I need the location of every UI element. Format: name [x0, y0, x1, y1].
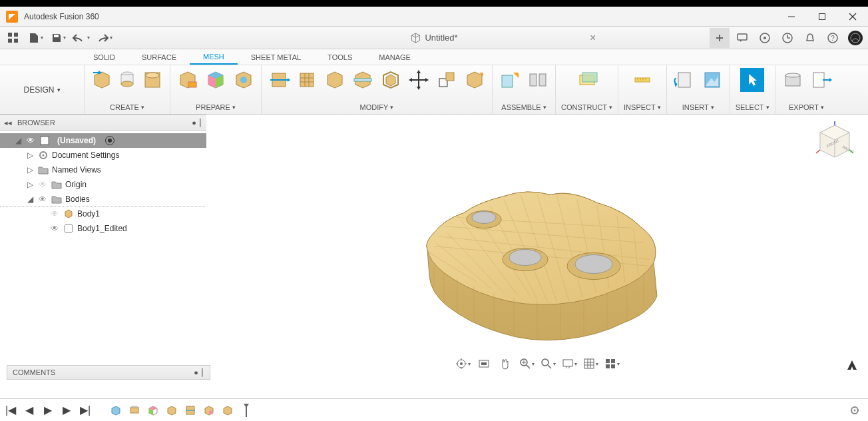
construct-plane-tool[interactable]: [575, 68, 599, 92]
convert-mesh-tool[interactable]: [463, 68, 487, 92]
insert-label[interactable]: INSERT▾: [682, 103, 714, 111]
viewcube[interactable]: FRONT RIGHT: [815, 121, 855, 161]
insert-decal-tool[interactable]: [700, 68, 724, 92]
visibility-icon[interactable]: 👁: [37, 195, 48, 204]
generate-face-groups-tool[interactable]: [204, 68, 228, 92]
tab-mesh[interactable]: MESH: [190, 49, 238, 65]
inspect-label[interactable]: INSPECT▾: [624, 103, 661, 111]
close-tab-button[interactable]: ×: [590, 32, 596, 44]
profile-avatar[interactable]: [845, 28, 865, 48]
tab-tools[interactable]: TOOLS: [314, 49, 365, 65]
file-menu[interactable]: [27, 29, 45, 47]
timeline-feature-5[interactable]: [184, 404, 197, 417]
timeline-feature-3[interactable]: [146, 404, 160, 417]
visibility-icon[interactable]: 👁: [37, 180, 48, 189]
select-tool[interactable]: [740, 68, 764, 92]
measure-tool[interactable]: [630, 68, 654, 92]
timeline-end-icon[interactable]: ▶|: [79, 404, 92, 417]
comments-options-icon[interactable]: ● ⎮: [194, 368, 204, 377]
timeline-back-icon[interactable]: ◀: [23, 404, 36, 417]
comments-header[interactable]: COMMENTS ● ⎮: [7, 365, 210, 380]
reduce-tool[interactable]: [323, 68, 347, 92]
timeline-feature-2[interactable]: [128, 404, 141, 417]
timeline-marker[interactable]: [240, 404, 253, 417]
plane-cut-tool[interactable]: [351, 68, 375, 92]
tessellate-tool[interactable]: [118, 71, 136, 89]
activate-radio[interactable]: [105, 136, 114, 145]
timeline-settings-icon[interactable]: [848, 404, 861, 417]
tree-document-settings[interactable]: ▷ Document Settings: [0, 148, 206, 163]
export-tool[interactable]: [809, 68, 833, 92]
insert-mesh-tool[interactable]: [90, 68, 114, 92]
expander-icon[interactable]: ◢: [25, 195, 35, 204]
direct-edit-tool[interactable]: [267, 68, 291, 92]
export-label[interactable]: EXPORT▾: [789, 103, 824, 111]
move-tool[interactable]: [407, 68, 431, 92]
chat-icon[interactable]: [732, 28, 752, 48]
tab-manage[interactable]: MANAGE: [365, 49, 424, 65]
timeline-start-icon[interactable]: |◀: [4, 404, 17, 417]
visibility-icon[interactable]: 👁: [25, 136, 36, 145]
new-tab-button[interactable]: [710, 28, 730, 48]
zoom-icon[interactable]: ▾: [519, 356, 535, 372]
tree-root[interactable]: ◢ 👁 (Unsaved): [0, 133, 206, 148]
tree-bodies[interactable]: ◢ 👁 Bodies: [0, 192, 206, 207]
fit-icon[interactable]: ▾: [540, 356, 556, 372]
tab-sheet-metal[interactable]: SHEET METAL: [238, 49, 314, 65]
design-workspace[interactable]: DESIGN▾: [5, 68, 79, 111]
expander-icon[interactable]: ▷: [25, 165, 35, 175]
timeline-feature-6[interactable]: [202, 404, 216, 417]
assemble-label[interactable]: ASSEMBLE▾: [501, 103, 546, 111]
viewport-layout-icon[interactable]: ▾: [604, 356, 620, 372]
orbit-icon[interactable]: ▾: [455, 356, 471, 372]
prepare-label[interactable]: PREPARE▾: [196, 103, 236, 111]
look-at-icon[interactable]: [476, 356, 492, 372]
close-button[interactable]: [837, 7, 868, 27]
redo-button[interactable]: [95, 29, 113, 47]
select-label[interactable]: SELECT▾: [736, 103, 769, 111]
modify-label[interactable]: MODIFY▾: [360, 103, 394, 111]
expander-icon[interactable]: ▷: [25, 151, 35, 160]
expander-icon[interactable]: ◢: [13, 136, 23, 145]
combine-face-groups-tool[interactable]: [232, 68, 256, 92]
tab-surface[interactable]: SURFACE: [128, 49, 190, 65]
shell-tool[interactable]: [379, 68, 403, 92]
maximize-button[interactable]: [807, 7, 837, 27]
tree-body1-edited[interactable]: 👁 Body1_Edited: [0, 221, 206, 236]
tree-origin[interactable]: ▷ 👁 Origin: [0, 177, 206, 192]
browser-options-icon[interactable]: ● ⎮: [192, 119, 202, 127]
visibility-icon[interactable]: 👁: [49, 209, 60, 218]
collapse-browser-icon[interactable]: ◂◂: [4, 119, 12, 127]
joint-tool[interactable]: [526, 68, 550, 92]
pan-icon[interactable]: [497, 356, 513, 372]
construct-label[interactable]: CONSTRUCT▾: [561, 103, 612, 111]
data-panel-button[interactable]: [4, 29, 23, 47]
timeline-play-icon[interactable]: ▶: [41, 404, 55, 417]
minimize-button[interactable]: [776, 7, 807, 27]
tree-body1[interactable]: 👁 Body1: [0, 207, 206, 221]
tree-named-views[interactable]: ▷ Named Views: [0, 163, 206, 177]
timeline-feature-7[interactable]: [221, 404, 234, 417]
timeline-feature-4[interactable]: [165, 404, 178, 417]
visibility-icon[interactable]: 👁: [49, 224, 60, 233]
create-mesh-section-tool[interactable]: [140, 68, 164, 92]
save-button[interactable]: [49, 29, 68, 47]
scale-tool[interactable]: [435, 68, 459, 92]
new-component-tool[interactable]: [498, 68, 522, 92]
repair-tool[interactable]: [176, 68, 200, 92]
grid-settings-icon[interactable]: ▾: [582, 356, 598, 372]
insert-derive-tool[interactable]: [672, 68, 696, 92]
timeline-feature-1[interactable]: [109, 404, 122, 417]
undo-button[interactable]: [72, 29, 91, 47]
remesh-tool[interactable]: [295, 68, 319, 92]
tab-solid[interactable]: SOLID: [80, 49, 128, 65]
help-icon[interactable]: ?: [823, 28, 843, 48]
job-status-icon[interactable]: [777, 28, 797, 48]
expander-icon[interactable]: ▷: [25, 180, 35, 189]
notifications-icon[interactable]: [800, 28, 820, 48]
create-label[interactable]: CREATE▾: [110, 103, 144, 111]
timeline-forward-icon[interactable]: ▶: [60, 404, 73, 417]
display-settings-icon[interactable]: ▾: [561, 356, 577, 372]
extensions-icon[interactable]: [755, 28, 775, 48]
viewport[interactable]: FRONT RIGHT: [206, 115, 868, 398]
